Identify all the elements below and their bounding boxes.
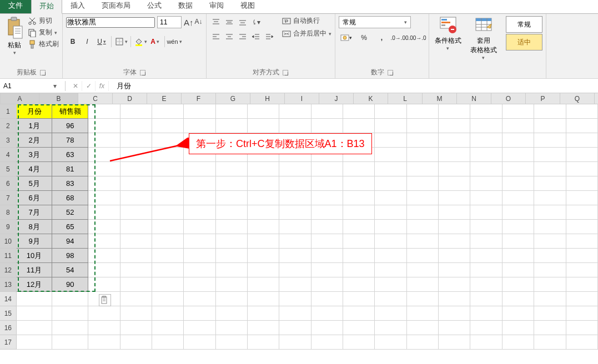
cell-P13[interactable]: [502, 277, 534, 292]
cell-I2[interactable]: [279, 119, 311, 133]
cell-N13[interactable]: [439, 277, 470, 292]
grow-font-button[interactable]: A↑: [184, 18, 194, 27]
cell-Q7[interactable]: [534, 191, 566, 205]
cell-Q8[interactable]: [534, 205, 566, 220]
cell-G16[interactable]: [216, 321, 248, 335]
cell-Q17[interactable]: [534, 335, 566, 350]
cell-Q10[interactable]: [534, 234, 566, 249]
cell-J6[interactable]: [311, 176, 343, 191]
cell-P11[interactable]: [502, 249, 534, 263]
wrap-text-button[interactable]: 自动换行: [282, 16, 331, 26]
paste-options-button[interactable]: [99, 294, 111, 306]
cell-N2[interactable]: [439, 119, 470, 133]
fill-color-button[interactable]: [134, 35, 147, 48]
cell-L12[interactable]: [375, 263, 406, 277]
cell-J9[interactable]: [311, 220, 343, 234]
cell-R17[interactable]: [566, 335, 598, 350]
cell-A13[interactable]: 12月: [17, 277, 53, 292]
cell-J5[interactable]: [311, 162, 343, 176]
cell-P6[interactable]: [502, 176, 534, 191]
col-header-M[interactable]: M: [423, 93, 457, 104]
cell-M3[interactable]: [407, 133, 439, 148]
align-bottom-button[interactable]: [237, 16, 249, 28]
cell-M16[interactable]: [407, 321, 439, 335]
cell-M11[interactable]: [407, 249, 439, 263]
col-header-O[interactable]: O: [491, 93, 526, 104]
cell-K2[interactable]: [343, 119, 375, 133]
cell-M14[interactable]: [407, 292, 439, 306]
cell-R6[interactable]: [566, 176, 598, 191]
font-color-button[interactable]: A: [148, 35, 162, 48]
cell-G2[interactable]: [216, 119, 248, 133]
cell-H6[interactable]: [248, 176, 279, 191]
cell-R12[interactable]: [566, 263, 598, 277]
cell-I16[interactable]: [279, 321, 311, 335]
row-header-14[interactable]: 14: [0, 292, 17, 306]
cell-P10[interactable]: [502, 234, 534, 249]
cell-O15[interactable]: [470, 306, 502, 321]
cell-N17[interactable]: [439, 335, 470, 350]
cell-J15[interactable]: [311, 306, 343, 321]
cell-D1[interactable]: [120, 104, 152, 119]
bold-button[interactable]: B: [66, 35, 79, 48]
row-header-1[interactable]: 1: [0, 104, 17, 119]
cell-H1[interactable]: [248, 104, 279, 119]
cell-A9[interactable]: 8月: [17, 220, 53, 234]
cell-E7[interactable]: [152, 191, 184, 205]
cell-J10[interactable]: [311, 234, 343, 249]
cell-B6[interactable]: 83: [52, 176, 88, 191]
fx-insert-function-button[interactable]: fx: [96, 81, 109, 91]
row-header-10[interactable]: 10: [0, 234, 17, 249]
col-header-H[interactable]: H: [250, 93, 285, 104]
cell-M17[interactable]: [407, 335, 439, 350]
cell-B11[interactable]: 98: [52, 249, 88, 263]
col-header-R[interactable]: R: [595, 93, 598, 104]
cell-L11[interactable]: [375, 249, 406, 263]
fx-enter-button[interactable]: ✓: [82, 81, 96, 91]
conditional-format-button[interactable]: 条件格式▾: [433, 16, 464, 60]
cell-Q12[interactable]: [534, 263, 566, 277]
cell-O13[interactable]: [470, 277, 502, 292]
cell-L4[interactable]: [375, 148, 406, 162]
col-header-D[interactable]: D: [113, 93, 147, 104]
cell-K8[interactable]: [343, 205, 375, 220]
cell-P15[interactable]: [502, 306, 534, 321]
cell-D14[interactable]: [120, 292, 152, 306]
cell-F9[interactable]: [184, 220, 215, 234]
cell-I15[interactable]: [279, 306, 311, 321]
cell-F12[interactable]: [184, 263, 215, 277]
cell-C12[interactable]: [88, 263, 120, 277]
cell-I8[interactable]: [279, 205, 311, 220]
cell-F11[interactable]: [184, 249, 215, 263]
cell-I17[interactable]: [279, 335, 311, 350]
cell-A11[interactable]: 10月: [17, 249, 53, 263]
cell-B3[interactable]: 78: [52, 133, 88, 148]
dialog-launcher-font[interactable]: [140, 70, 145, 75]
cell-A7[interactable]: 6月: [17, 191, 53, 205]
cell-D15[interactable]: [120, 306, 152, 321]
cell-O5[interactable]: [470, 162, 502, 176]
row-header-8[interactable]: 8: [0, 205, 17, 220]
cell-R7[interactable]: [566, 191, 598, 205]
cell-R2[interactable]: [566, 119, 598, 133]
cell-O2[interactable]: [470, 119, 502, 133]
cell-N10[interactable]: [439, 234, 470, 249]
cell-C6[interactable]: [88, 176, 120, 191]
row-header-5[interactable]: 5: [0, 162, 17, 176]
col-header-P[interactable]: P: [526, 93, 560, 104]
cell-F7[interactable]: [184, 191, 215, 205]
style-normal[interactable]: 常规: [506, 16, 542, 33]
cell-G5[interactable]: [216, 162, 248, 176]
name-box[interactable]: [0, 81, 50, 91]
align-middle-button[interactable]: [223, 16, 235, 28]
cell-M2[interactable]: [407, 119, 439, 133]
tab-data[interactable]: 数据: [170, 0, 201, 13]
cell-Q13[interactable]: [534, 277, 566, 292]
italic-button[interactable]: I: [81, 35, 94, 48]
cell-Q1[interactable]: [534, 104, 566, 119]
align-left-button[interactable]: [210, 31, 222, 43]
cell-K10[interactable]: [343, 234, 375, 249]
cell-K5[interactable]: [343, 162, 375, 176]
cell-G6[interactable]: [216, 176, 248, 191]
cell-L14[interactable]: [375, 292, 406, 306]
